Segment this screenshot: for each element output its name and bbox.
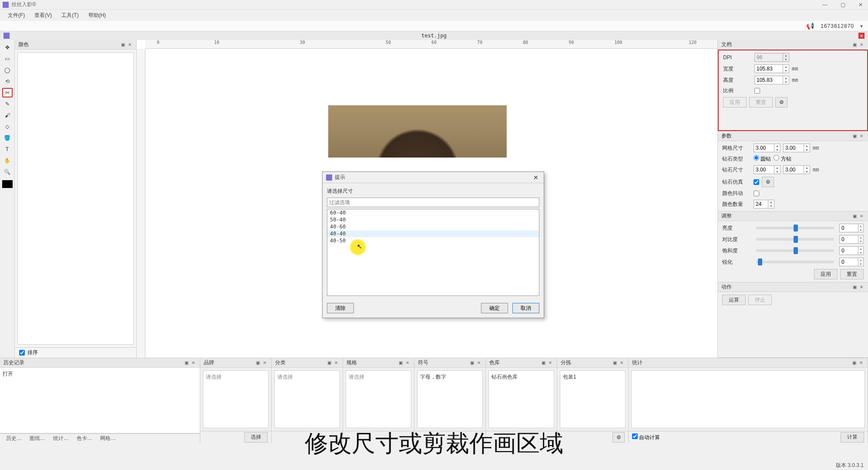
- dialog-prompt: 请选择尺寸: [327, 188, 539, 195]
- panel-close-icon[interactable]: ✕: [858, 213, 865, 219]
- dither-checkbox[interactable]: [754, 191, 759, 196]
- dialog-cancel-button[interactable]: 取消: [512, 303, 539, 313]
- panel-popout-icon[interactable]: ▣: [851, 284, 858, 290]
- width-input[interactable]: 105.83▲▼: [754, 64, 789, 73]
- menu-help[interactable]: 帮助(H): [84, 10, 111, 21]
- sharpen-value[interactable]: 0▲▼: [839, 258, 864, 266]
- panel-close-icon[interactable]: ✕: [858, 284, 865, 290]
- type-label: 钻石类型: [722, 155, 751, 163]
- eraser-tool-icon[interactable]: ◇: [2, 122, 13, 131]
- menu-file[interactable]: 文件(F): [3, 10, 29, 21]
- adjust-panel: 调整 ▣✕ 亮度0▲▼ 对比度0▲▼ 饱和度0▲▼ 锐化0▲▼ 应用 重置: [718, 212, 868, 282]
- adjust-reset-button[interactable]: 重置: [840, 269, 864, 279]
- menu-view[interactable]: 查看(V): [30, 10, 56, 21]
- height-unit: mm: [792, 77, 798, 83]
- dsize-w-input[interactable]: 3.00▲▼: [754, 165, 781, 174]
- history-item[interactable]: 打开: [3, 370, 197, 378]
- eyedropper-tool-icon[interactable]: ✎: [2, 99, 13, 109]
- height-label: 高度: [723, 77, 752, 84]
- grid-w-input[interactable]: 3.00▲▼: [754, 144, 781, 152]
- announce-icon[interactable]: 📢: [806, 22, 814, 30]
- doc-settings-button[interactable]: ⚙: [775, 97, 787, 107]
- palette-panel: 色库▣✕ 钻石画色库: [486, 358, 557, 443]
- saturation-label: 饱和度: [722, 247, 751, 255]
- action-panel: 动作 ▣✕ 运算 停止: [718, 282, 868, 358]
- ellipse-select-tool-icon[interactable]: ◯: [2, 65, 13, 75]
- saturation-slider[interactable]: [756, 249, 834, 252]
- spec-panel: 规格▣✕ 请选择: [343, 358, 414, 443]
- bottom-tab[interactable]: 历史…: [3, 434, 25, 443]
- panel-popout-icon[interactable]: ▣: [851, 133, 858, 139]
- type-square-radio[interactable]: 方钻: [774, 155, 791, 163]
- zoom-tool-icon[interactable]: 🔍: [2, 167, 13, 177]
- panel-popout-icon[interactable]: ▣: [851, 213, 858, 219]
- fill-tool-icon[interactable]: 🪣: [2, 133, 13, 143]
- close-window-button[interactable]: ✕: [856, 2, 865, 8]
- move-tool-icon[interactable]: ✥: [2, 43, 13, 52]
- stats-compute-button[interactable]: 计算: [841, 432, 864, 443]
- rect-select-tool-icon[interactable]: ▭: [2, 54, 13, 64]
- bottom-tab[interactable]: 图纸…: [26, 434, 49, 443]
- minimize-button[interactable]: —: [820, 2, 830, 8]
- panel-close-icon[interactable]: ✕: [858, 133, 865, 139]
- size-option[interactable]: 40-40: [327, 230, 539, 237]
- dsize-h-input[interactable]: 3.00▲▼: [783, 165, 810, 174]
- stats-panel: 统计▣✕ 自动计算 计算: [629, 358, 868, 443]
- adjust-apply-button[interactable]: 应用: [814, 269, 838, 279]
- crop-tool-icon[interactable]: ✂: [2, 88, 13, 97]
- sharpen-slider[interactable]: [756, 261, 834, 263]
- dialog-clear-button[interactable]: 清除: [327, 303, 354, 313]
- bottom-tab[interactable]: 色卡…: [73, 434, 96, 443]
- size-option[interactable]: 50-40: [327, 216, 539, 223]
- doc-apply-button[interactable]: 应用: [723, 97, 747, 107]
- bottom-tab[interactable]: 网格…: [97, 434, 119, 443]
- sim-settings-button[interactable]: ⚙: [762, 177, 774, 187]
- hand-tool-icon[interactable]: ✋: [2, 156, 13, 165]
- dpi-label: DPI: [723, 54, 752, 60]
- ruler-horizontal: 0 10 30 50 60 70 80 90 100 120: [145, 40, 717, 49]
- brightness-slider[interactable]: [756, 227, 834, 229]
- document-close-button[interactable]: ✕: [858, 33, 865, 39]
- auto-compute-checkbox[interactable]: 自动计算: [632, 433, 660, 441]
- doc-reset-button[interactable]: 重置: [749, 97, 773, 107]
- panel-popout-icon[interactable]: ▣: [120, 42, 126, 48]
- compute-button[interactable]: 运算: [722, 295, 746, 305]
- type-round-radio[interactable]: 圆钻: [754, 155, 771, 163]
- saturation-value[interactable]: 0▲▼: [839, 246, 864, 255]
- sim-checkbox[interactable]: [754, 179, 759, 185]
- sort-panel: 分拣▣✕ 包装1 ⚙: [557, 358, 629, 443]
- dialog-ok-button[interactable]: 确定: [481, 303, 508, 313]
- sort-settings-button[interactable]: ⚙: [612, 432, 625, 443]
- lasso-tool-icon[interactable]: ⟲: [2, 77, 13, 86]
- size-option[interactable]: 60-40: [327, 209, 539, 216]
- dialog-close-icon[interactable]: ✕: [532, 174, 540, 181]
- stop-button[interactable]: 停止: [748, 295, 772, 305]
- panel-popout-icon[interactable]: ▣: [851, 42, 858, 48]
- panel-close-icon[interactable]: ✕: [858, 42, 865, 48]
- brand-title: 品牌: [204, 359, 214, 366]
- sort-checkbox[interactable]: [19, 350, 25, 356]
- text-tool-icon[interactable]: T: [2, 144, 13, 154]
- brand-select-button[interactable]: 选择: [244, 432, 268, 443]
- contrast-value[interactable]: 0▲▼: [839, 235, 864, 244]
- size-option[interactable]: 40-60: [327, 223, 539, 230]
- maximize-button[interactable]: ▢: [838, 2, 848, 8]
- size-option[interactable]: 40-50: [327, 237, 539, 244]
- panel-close-icon[interactable]: ✕: [127, 42, 133, 48]
- count-input[interactable]: 24▲▼: [754, 200, 774, 208]
- dither-label: 颜色抖动: [722, 190, 751, 197]
- panel-popout-icon[interactable]: ▣: [183, 360, 189, 366]
- session-dropdown-icon[interactable]: ▾: [860, 23, 863, 29]
- grid-h-input[interactable]: 3.00▲▼: [783, 144, 810, 152]
- brush-tool-icon[interactable]: 🖌: [2, 111, 13, 120]
- menu-tools[interactable]: 工具(T): [57, 10, 83, 21]
- bottom-tab[interactable]: 统计…: [50, 434, 72, 443]
- panel-close-icon[interactable]: ✕: [190, 360, 196, 366]
- height-input[interactable]: 105.83▲▼: [754, 76, 789, 84]
- brightness-value[interactable]: 0▲▼: [839, 224, 864, 232]
- sharpen-label: 锐化: [722, 258, 751, 266]
- ratio-checkbox[interactable]: [754, 88, 760, 94]
- contrast-slider[interactable]: [756, 238, 834, 241]
- foreground-color-swatch[interactable]: [2, 180, 13, 188]
- dialog-filter-input[interactable]: [327, 198, 539, 207]
